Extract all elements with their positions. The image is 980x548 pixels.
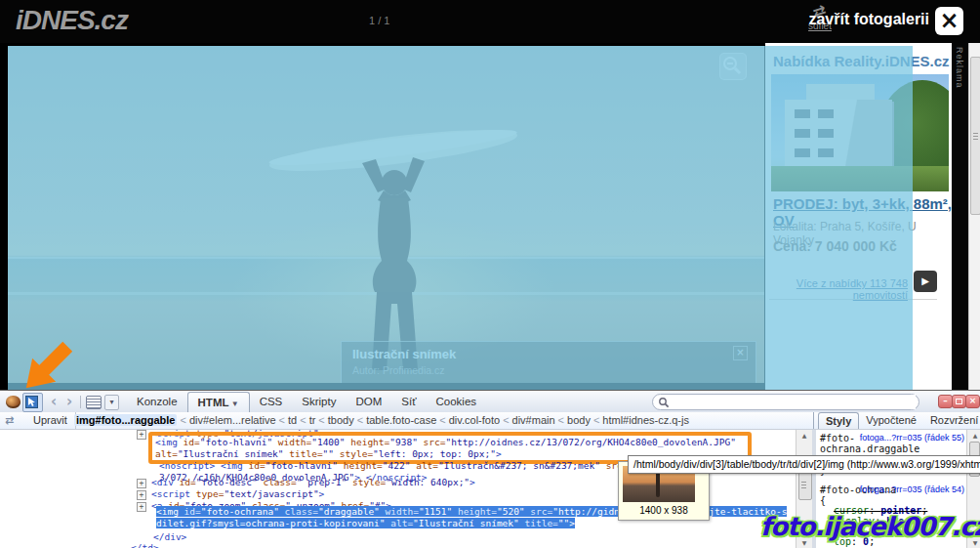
style-tab-rozvržení[interactable]: Rozvržení xyxy=(923,412,980,429)
tab-konzole[interactable]: Konzole xyxy=(127,392,187,412)
breadcrumb-separator: < xyxy=(555,414,567,426)
tab-css[interactable]: CSS xyxy=(250,392,293,412)
toolbar-separator xyxy=(80,396,81,408)
tab-html[interactable]: HTML ▼ xyxy=(187,392,250,412)
style-tab-vypočtené[interactable]: Vypočtené xyxy=(859,412,923,429)
inspector-icon xyxy=(25,396,38,408)
idnes-logo[interactable]: iDNES.cz xyxy=(16,5,128,36)
tab-dom[interactable]: DOM xyxy=(346,392,391,412)
expander-icon[interactable]: + xyxy=(137,502,146,512)
minimize-button[interactable]: – xyxy=(938,395,953,408)
code-tokens: </div> xyxy=(153,531,186,542)
breadcrumb-item[interactable]: div#main xyxy=(512,414,555,426)
breadcrumb-separator: < xyxy=(297,414,308,426)
css-selector[interactable]: #foto-ochranafotoga...?rr=035 (řádek 54) xyxy=(820,485,964,495)
breadcrumb-separator: < xyxy=(315,414,327,426)
breadcrumb: img#foto...raggable<div#elem...relative<… xyxy=(74,412,689,429)
breadcrumb-separator: < xyxy=(276,414,288,426)
expander-icon[interactable]: + xyxy=(137,430,146,440)
breadcrumb-item[interactable]: div#elem...relative xyxy=(189,414,276,426)
browser-scrollbar-thumb[interactable] xyxy=(970,57,980,215)
code-tokens: <div id="foto-desc" class=" prep-1" styl… xyxy=(151,477,475,487)
breadcrumb-separator: < xyxy=(591,414,602,426)
expander-icon[interactable]: + xyxy=(137,479,146,488)
page-indicator: 1 / 1 xyxy=(369,15,389,26)
breadcrumb-separator: < xyxy=(177,414,188,426)
breadcrumb-separator: < xyxy=(500,414,511,426)
scroll-up-icon[interactable]: ▲ xyxy=(796,431,812,441)
code-line[interactable]: </div> xyxy=(153,531,348,543)
tab-cookies[interactable]: Cookies xyxy=(426,392,486,412)
edit-button[interactable]: Upravit xyxy=(25,412,76,429)
css-file-link[interactable]: fotoga...?rr=035 (řádek 55) xyxy=(860,433,964,443)
style-tab-styly[interactable]: Styly ▼ xyxy=(818,412,859,429)
breadcrumb-separator: < xyxy=(354,414,366,426)
breadcrumb-bar: ⇄ Upravit img#foto...raggable<div#elem..… xyxy=(0,412,980,430)
search-input[interactable] xyxy=(673,395,916,409)
panel-list-button[interactable] xyxy=(86,396,102,409)
xpath-tooltip: /html/body/div/div[3]/table/tbody/tr/td/… xyxy=(628,455,980,474)
browser-scrollbar[interactable] xyxy=(968,43,980,390)
expander-icon[interactable]: + xyxy=(137,490,146,500)
firebug-tabs: KonzoleHTML ▼CSSSkriptyDOMSíťCookies xyxy=(127,392,486,412)
panel-caret-button[interactable]: ▾ xyxy=(104,395,119,410)
code-line[interactable]: </td> xyxy=(131,542,326,548)
reklama-label: Reklama xyxy=(955,47,964,89)
inspect-highlight-overlay xyxy=(8,46,913,390)
close-gallery-button[interactable]: × xyxy=(935,7,963,35)
breadcrumb-item[interactable]: td xyxy=(288,414,297,426)
firebug-close-button[interactable]: × xyxy=(965,395,980,408)
watermark: foto.ijacek007.cz :-) xyxy=(760,512,980,541)
breadcrumb-item[interactable]: tbody xyxy=(328,414,354,426)
breadcrumb-item[interactable]: body xyxy=(567,414,591,426)
breadcrumb-separator: < xyxy=(436,414,448,426)
arrow-right-icon: ▶ xyxy=(921,275,929,286)
close-gallery-label: zavřít fotogalerii xyxy=(808,11,929,28)
style-tabs: Styly ▼VypočtenéRozvrženíDOM xyxy=(818,412,980,429)
code-tokens: <script type="text/javascript"> xyxy=(151,488,324,499)
tab-skripty[interactable]: Skripty xyxy=(292,392,346,412)
breadcrumb-item[interactable]: table.foto-case xyxy=(366,414,436,426)
preview-size-label: 1400 x 938 xyxy=(623,505,705,516)
breadcrumb-item[interactable]: img#foto...raggable xyxy=(74,414,177,426)
reklama-column: Reklama xyxy=(952,43,968,390)
panel-divider xyxy=(813,412,814,429)
ad-more-button[interactable]: ▶ xyxy=(914,271,937,292)
breadcrumb-item[interactable]: html#idnes-cz.q-js xyxy=(602,414,689,426)
css-selector[interactable]: #foto-fotoga...?rr=035 (řádek 55) xyxy=(820,433,964,443)
detach-window-button[interactable] xyxy=(952,395,966,408)
tab-síť[interactable]: Síť xyxy=(391,392,426,412)
css-file-link[interactable]: fotoga...?rr=035 (řádek 54) xyxy=(860,485,964,494)
edit-mode-icon: ⇄ xyxy=(5,413,14,428)
search-box xyxy=(652,394,919,410)
breadcrumb-item[interactable]: div.col-foto xyxy=(449,414,500,426)
browser-window: iDNES.cz 1 / 1 ⇄ sdílet zavřít fotogaler… xyxy=(0,0,980,548)
rule-gap xyxy=(820,476,964,485)
search-icon xyxy=(658,397,670,408)
css-selector[interactable]: ochrana.draggable xyxy=(820,443,964,454)
window-icon xyxy=(956,399,962,404)
code-tokens: </td> xyxy=(131,542,159,548)
gallery-top-bar: iDNES.cz 1 / 1 ⇄ sdílet zavřít fotogaler… xyxy=(0,0,980,43)
close-icon: × xyxy=(939,7,959,34)
firebug-toolbar: ‹ › ▾ KonzoleHTML ▼CSSSkriptyDOMSíťCooki… xyxy=(0,392,980,413)
pointer-arrow-annotation xyxy=(12,340,82,397)
firebug-menu-icon[interactable] xyxy=(6,396,20,408)
chevron-down-icon: ▼ xyxy=(229,400,239,408)
scroll-up-icon[interactable]: ▲ xyxy=(967,431,980,441)
